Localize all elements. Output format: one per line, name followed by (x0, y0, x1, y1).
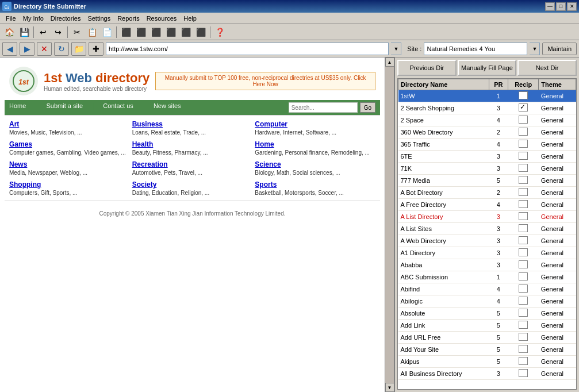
menu-myinfo[interactable]: My Info (20, 14, 47, 23)
dir-recip-cell[interactable] (508, 223, 538, 235)
stop-button[interactable]: ✕ (37, 42, 52, 56)
menu-reports[interactable]: Reports (114, 14, 143, 23)
table-row[interactable]: Abifind4General (398, 283, 576, 295)
table-row[interactable]: A List Directory3General (398, 211, 576, 223)
dir-recip-cell[interactable] (508, 175, 538, 187)
dir-recip-cell[interactable] (508, 308, 538, 320)
cat-computer-title[interactable]: Computer (255, 120, 375, 128)
dir-recip-cell[interactable] (508, 271, 538, 283)
recip-checkbox[interactable] (519, 321, 528, 329)
table-row[interactable]: A Free Directory4General (398, 199, 576, 211)
recip-checkbox[interactable] (519, 200, 528, 208)
recip-checkbox[interactable] (519, 116, 528, 124)
cat-health-title[interactable]: Health (132, 140, 253, 148)
web-search-button[interactable]: Go (360, 102, 375, 113)
table-row[interactable]: Absolute5General (398, 308, 576, 320)
table-row[interactable]: 360 Web Directory2General (398, 126, 576, 139)
dir-recip-cell[interactable] (508, 259, 538, 271)
table-row[interactable]: 2 Search Shopping3General (398, 102, 576, 114)
home-button[interactable]: 🏠 (2, 26, 16, 39)
maintain-button[interactable]: Maintain (542, 43, 577, 55)
close-button[interactable]: ✕ (567, 2, 577, 11)
cat-recreation-title[interactable]: Recreation (132, 160, 253, 168)
web-nav-contact[interactable]: Contact us (103, 102, 133, 113)
dir-table-scroll[interactable]: Directory Name PR Recip Theme 1stW1Gener… (398, 79, 576, 389)
recip-checkbox[interactable] (519, 212, 528, 220)
paste-button[interactable]: 📄 (100, 26, 114, 39)
scroll-track[interactable] (385, 67, 394, 383)
menu-file[interactable]: File (2, 14, 20, 23)
recip-checkbox[interactable] (519, 248, 528, 256)
url-dropdown-button[interactable]: ▼ (391, 43, 401, 55)
cat-games-title[interactable]: Games (9, 140, 130, 148)
recip-checkbox[interactable] (519, 91, 528, 99)
dir-recip-cell[interactable] (508, 295, 538, 308)
dir-recip-cell[interactable] (508, 199, 538, 211)
cat-news-title[interactable]: News (9, 160, 130, 168)
next-dir-button[interactable]: Next Dir (517, 60, 577, 76)
tb-btn-5[interactable]: ⬛ (179, 26, 193, 39)
dir-recip-cell[interactable] (508, 90, 538, 102)
table-row[interactable]: A Bot Directory2General (398, 187, 576, 199)
cat-business-title[interactable]: Business (132, 120, 253, 128)
maximize-button[interactable]: □ (556, 2, 566, 11)
web-ad[interactable]: Manually submit to TOP 100 free, non-rec… (155, 72, 375, 90)
recip-checkbox[interactable] (519, 357, 528, 365)
table-row[interactable]: All Business Directory3General (398, 368, 576, 380)
url-input[interactable] (106, 43, 389, 55)
table-row[interactable]: Akipus5General (398, 356, 576, 368)
recip-checkbox[interactable] (519, 309, 528, 317)
dir-recip-cell[interactable] (508, 356, 538, 368)
recip-checkbox[interactable] (519, 369, 528, 377)
table-row[interactable]: 365 Traffic4General (398, 139, 576, 151)
dir-recip-cell[interactable] (508, 344, 538, 356)
dir-recip-cell[interactable] (508, 320, 538, 332)
copy-button[interactable]: 📋 (85, 26, 99, 39)
scroll-down-button[interactable]: ▼ (385, 383, 394, 392)
recip-checkbox[interactable] (519, 260, 528, 268)
table-row[interactable]: 777 Media5General (398, 175, 576, 187)
dir-recip-cell[interactable] (508, 102, 538, 114)
dir-recip-cell[interactable] (508, 211, 538, 223)
recip-checkbox[interactable] (519, 236, 528, 244)
cat-society-title[interactable]: Society (132, 180, 253, 189)
table-row[interactable]: Ababba3General (398, 259, 576, 271)
table-row[interactable]: Abilogic4General (398, 295, 576, 308)
dir-recip-cell[interactable] (508, 247, 538, 259)
undo-button[interactable]: ↩ (36, 26, 50, 39)
recip-checkbox[interactable] (519, 345, 528, 353)
dir-recip-cell[interactable] (508, 126, 538, 139)
cut-button[interactable]: ✂ (70, 26, 84, 39)
table-row[interactable]: A1 Directory3General (398, 247, 576, 259)
save-button[interactable]: 💾 (17, 26, 31, 39)
site-dropdown-button[interactable]: ▼ (530, 43, 540, 55)
table-row[interactable]: 1stW1General (398, 90, 576, 102)
redo-button[interactable]: ↪ (51, 26, 65, 39)
folder-button[interactable]: 📁 (71, 42, 86, 56)
cat-sports-title[interactable]: Sports (255, 180, 375, 189)
recip-checkbox[interactable] (519, 285, 528, 293)
add-button[interactable]: ✚ (89, 42, 103, 56)
menu-directories[interactable]: Directories (47, 14, 85, 23)
tb-btn-6[interactable]: ⬛ (194, 26, 208, 39)
recip-checkbox[interactable] (519, 152, 528, 160)
dir-recip-cell[interactable] (508, 163, 538, 175)
dir-recip-cell[interactable] (508, 114, 538, 126)
menu-resources[interactable]: Resources (143, 14, 181, 23)
table-row[interactable]: Add Your Site5General (398, 344, 576, 356)
table-row[interactable]: A List Sites3General (398, 223, 576, 235)
recip-checkbox[interactable] (519, 188, 528, 196)
web-search-input[interactable] (289, 102, 358, 113)
recip-checkbox[interactable] (519, 128, 528, 136)
dir-recip-cell[interactable] (508, 139, 538, 151)
recip-checkbox[interactable] (519, 164, 528, 172)
table-row[interactable]: Add URL Free5General (398, 332, 576, 344)
table-row[interactable]: 71K3General (398, 163, 576, 175)
dir-recip-cell[interactable] (508, 235, 538, 247)
table-row[interactable]: Add Link5General (398, 320, 576, 332)
recip-checkbox[interactable] (519, 224, 528, 232)
minimize-button[interactable]: — (545, 2, 555, 11)
cat-art-title[interactable]: Art (9, 120, 130, 128)
tb-btn-4[interactable]: ⬛ (164, 26, 178, 39)
recip-checkbox[interactable] (519, 333, 528, 341)
